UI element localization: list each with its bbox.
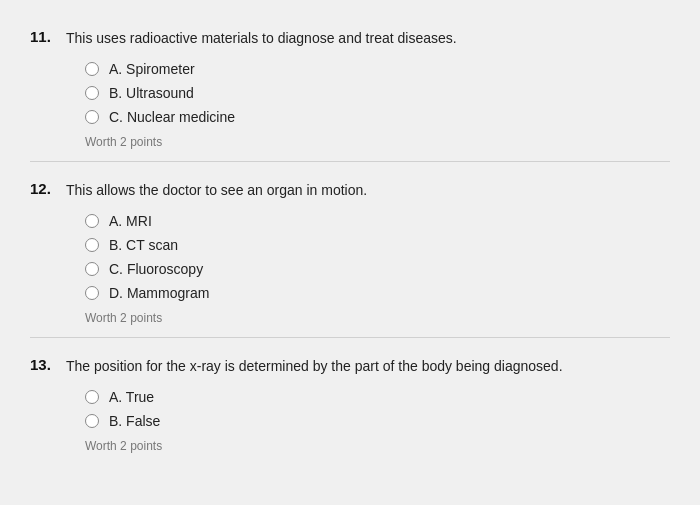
option-label-2-1: A. MRI <box>109 213 152 229</box>
option-item-3-2[interactable]: B. False <box>85 413 670 429</box>
option-label-2-2: B. CT scan <box>109 237 178 253</box>
worth-points-2: Worth 2 points <box>85 311 670 325</box>
question-number-3: 13. <box>30 356 66 373</box>
option-item-2-3[interactable]: C. Fluoroscopy <box>85 261 670 277</box>
options-list-3: A. TrueB. False <box>85 389 670 429</box>
option-label-2-4: D. Mammogram <box>109 285 209 301</box>
question-block-1: 11.This uses radioactive materials to di… <box>30 10 670 162</box>
radio-circle-1-1[interactable] <box>85 62 99 76</box>
question-number-2: 12. <box>30 180 66 197</box>
question-block-3: 13.The position for the x-ray is determi… <box>30 338 670 465</box>
option-label-3-1: A. True <box>109 389 154 405</box>
question-text-3: The position for the x-ray is determined… <box>66 356 563 377</box>
radio-circle-3-1[interactable] <box>85 390 99 404</box>
option-label-1-1: A. Spirometer <box>109 61 195 77</box>
options-list-1: A. SpirometerB. UltrasoundC. Nuclear med… <box>85 61 670 125</box>
question-text-1: This uses radioactive materials to diagn… <box>66 28 457 49</box>
option-label-3-2: B. False <box>109 413 160 429</box>
radio-circle-2-4[interactable] <box>85 286 99 300</box>
question-header-3: 13.The position for the x-ray is determi… <box>30 356 670 377</box>
option-item-2-2[interactable]: B. CT scan <box>85 237 670 253</box>
option-item-2-1[interactable]: A. MRI <box>85 213 670 229</box>
option-item-1-1[interactable]: A. Spirometer <box>85 61 670 77</box>
option-item-1-3[interactable]: C. Nuclear medicine <box>85 109 670 125</box>
question-text-2: This allows the doctor to see an organ i… <box>66 180 367 201</box>
radio-circle-2-2[interactable] <box>85 238 99 252</box>
option-item-1-2[interactable]: B. Ultrasound <box>85 85 670 101</box>
radio-circle-1-3[interactable] <box>85 110 99 124</box>
option-item-2-4[interactable]: D. Mammogram <box>85 285 670 301</box>
question-block-2: 12.This allows the doctor to see an orga… <box>30 162 670 338</box>
question-header-2: 12.This allows the doctor to see an orga… <box>30 180 670 201</box>
radio-circle-2-1[interactable] <box>85 214 99 228</box>
worth-points-1: Worth 2 points <box>85 135 670 149</box>
question-header-1: 11.This uses radioactive materials to di… <box>30 28 670 49</box>
option-item-3-1[interactable]: A. True <box>85 389 670 405</box>
option-label-1-2: B. Ultrasound <box>109 85 194 101</box>
radio-circle-3-2[interactable] <box>85 414 99 428</box>
worth-points-3: Worth 2 points <box>85 439 670 453</box>
question-number-1: 11. <box>30 28 66 45</box>
quiz-container: 11.This uses radioactive materials to di… <box>0 0 700 475</box>
options-list-2: A. MRIB. CT scanC. FluoroscopyD. Mammogr… <box>85 213 670 301</box>
radio-circle-2-3[interactable] <box>85 262 99 276</box>
option-label-2-3: C. Fluoroscopy <box>109 261 203 277</box>
radio-circle-1-2[interactable] <box>85 86 99 100</box>
option-label-1-3: C. Nuclear medicine <box>109 109 235 125</box>
